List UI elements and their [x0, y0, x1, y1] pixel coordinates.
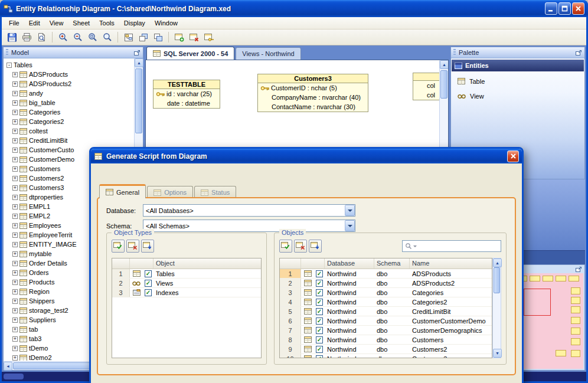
palette-item-table[interactable]: Table	[452, 74, 584, 88]
tree-root-tables[interactable]: -Tables	[4, 60, 133, 70]
select-all-button[interactable]	[112, 240, 125, 253]
document-tab-views-northwind[interactable]: Views - Northwind	[236, 47, 300, 60]
tree-expander[interactable]: +	[12, 261, 18, 266]
tree-item-coltest[interactable]: +coltest	[4, 126, 133, 136]
menu-item-edit[interactable]: Edit	[24, 18, 45, 28]
row-checkbox[interactable]: ✓	[314, 289, 325, 296]
database-dropdown-button[interactable]	[345, 205, 355, 216]
tree-expander[interactable]: +	[12, 214, 18, 219]
tree-expander[interactable]: +	[12, 166, 18, 172]
checkbox[interactable]: ✓	[145, 289, 152, 296]
object-row-adsproducts2[interactable]: 2✓NorthwinddboADSProducts2	[280, 279, 492, 288]
save-button[interactable]	[5, 31, 19, 44]
tree-expander[interactable]: +	[12, 270, 18, 276]
document-tab-sql-server-2000-54[interactable]: SQL Server 2000 - 54	[146, 47, 234, 60]
row-checkbox[interactable]: ✓	[143, 289, 153, 296]
tree-expander[interactable]: -	[6, 63, 12, 68]
scrollbar-thumb[interactable]	[135, 68, 142, 133]
tree-expander[interactable]: +	[12, 138, 18, 143]
row-checkbox[interactable]: ✓	[314, 308, 325, 315]
tree-expander[interactable]: +	[12, 91, 18, 96]
row-checkbox[interactable]: ✓	[314, 280, 325, 287]
diagram-button[interactable]	[122, 31, 135, 44]
send-to-back-button[interactable]	[151, 31, 165, 44]
tree-expander[interactable]: +	[12, 223, 18, 228]
tree-expander[interactable]: +	[12, 336, 18, 342]
clear-selection-button[interactable]	[294, 240, 307, 253]
row-checkbox[interactable]: ✓	[314, 327, 325, 334]
object-row-customers[interactable]: 8✓NorthwinddboCustomers	[280, 335, 492, 345]
object-row-customers2[interactable]: 9✓NorthwinddboCustomers2	[280, 345, 492, 354]
minimize-button[interactable]	[545, 2, 557, 15]
tree-expander[interactable]: +	[12, 129, 18, 134]
tree-item-creditlimitbit[interactable]: +CreditLimitBit	[4, 136, 133, 145]
scrollbar-thumb[interactable]	[494, 267, 500, 293]
schema-dropdown-button[interactable]	[345, 220, 355, 231]
row-checkbox[interactable]: ✓	[314, 270, 325, 277]
tree-expander[interactable]: +	[12, 317, 18, 323]
checkbox[interactable]: ✓	[316, 327, 323, 334]
model-panel-header[interactable]: Model	[4, 47, 143, 58]
object-type-row-views[interactable]: 2✓Views	[112, 279, 261, 288]
maximize-button[interactable]	[558, 2, 571, 15]
object-type-row-indexes[interactable]: 3✓Indexes	[112, 288, 261, 297]
tree-expander[interactable]: +	[12, 157, 18, 162]
menu-item-display[interactable]: Display	[119, 18, 150, 28]
tree-item-categories2[interactable]: +Categories2	[4, 117, 133, 126]
menu-item-file[interactable]: File	[4, 18, 24, 28]
close-button[interactable]	[572, 2, 584, 15]
table-key-button[interactable]	[202, 31, 215, 44]
row-checkbox[interactable]: ✓	[314, 355, 325, 359]
menu-item-view[interactable]: View	[45, 18, 68, 28]
tree-expander[interactable]: +	[12, 195, 18, 200]
tree-expander[interactable]: +	[12, 148, 18, 153]
menu-item-sheet[interactable]: Sheet	[68, 18, 94, 28]
object-row-categories2[interactable]: 4✓NorthwinddboCategories2	[280, 297, 492, 307]
zoom-in-button[interactable]	[56, 31, 70, 44]
tree-expander[interactable]: +	[12, 299, 18, 304]
float-panel-icon[interactable]	[133, 50, 141, 56]
row-checkbox[interactable]: ✓	[314, 336, 325, 343]
object-row-adsproducts[interactable]: 1✓NorthwinddboADSProducts	[280, 269, 492, 279]
checkbox[interactable]: ✓	[316, 336, 323, 343]
dialog-tab-options[interactable]: Options	[147, 186, 193, 198]
tree-expander[interactable]: +	[12, 81, 18, 87]
tree-expander[interactable]: +	[12, 204, 18, 209]
dialog-close-button[interactable]	[507, 150, 519, 162]
clear-selection-button[interactable]	[126, 240, 139, 253]
checkbox[interactable]: ✓	[316, 346, 323, 353]
object-types-grid[interactable]: Object 1✓Tables2✓Views3✓Indexes	[112, 258, 262, 358]
scroll-up-button[interactable]: ▲	[440, 60, 449, 69]
objects-vertical-scrollbar[interactable]: ▲ ▼	[492, 258, 501, 358]
zoom-page-button[interactable]	[86, 31, 99, 44]
objects-grid[interactable]: Database Schema Name 1✓NorthwinddboADSPr…	[279, 258, 492, 358]
zoom-out-button[interactable]	[71, 31, 84, 44]
checkbox[interactable]: ✓	[145, 280, 152, 287]
scrollbar-thumb[interactable]	[13, 362, 96, 369]
checkbox[interactable]: ✓	[316, 289, 323, 296]
tree-expander[interactable]: +	[12, 280, 18, 285]
object-row-creditlimitbit[interactable]: 5✓NorthwinddboCreditLimitBit	[280, 307, 492, 316]
row-checkbox[interactable]: ✓	[314, 299, 325, 306]
checkbox[interactable]: ✓	[316, 280, 323, 287]
tree-expander[interactable]: +	[12, 119, 18, 125]
tree-expander[interactable]: +	[12, 110, 18, 115]
dialog-tab-general[interactable]: General	[99, 184, 146, 198]
row-checkbox[interactable]: ✓	[314, 346, 325, 353]
scroll-left-button[interactable]: ◄	[4, 362, 12, 371]
tree-item-big-table[interactable]: +big_table	[4, 98, 133, 107]
table-add-button[interactable]	[172, 31, 186, 44]
title-bar[interactable]: Entity Relationship Diagram - C:\shared\…	[0, 0, 588, 17]
tree-expander[interactable]: +	[12, 327, 18, 332]
checkbox[interactable]: ✓	[316, 355, 323, 359]
entity-customers3[interactable]: Customers3CustomerID : nchar (5)CompanyN…	[257, 74, 368, 112]
dialog-title-bar[interactable]: Generate Script from Diagram	[91, 149, 522, 163]
print-preview-button[interactable]	[35, 31, 48, 44]
menu-item-tools[interactable]: Tools	[94, 18, 119, 28]
object-row-customers3[interactable]: 10✓NorthwinddboCustomers3	[280, 354, 492, 358]
select-all-button[interactable]	[279, 240, 292, 253]
tree-expander[interactable]: +	[12, 308, 18, 313]
scroll-up-button[interactable]: ▲	[135, 58, 143, 67]
palette-item-view[interactable]: View	[452, 89, 584, 103]
checkbox[interactable]: ✓	[316, 308, 323, 315]
